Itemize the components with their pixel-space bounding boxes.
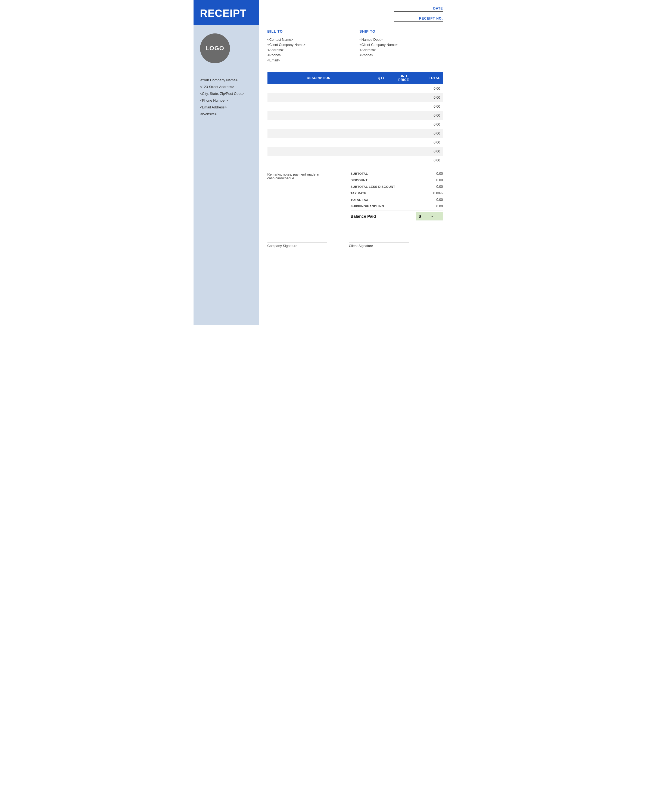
date-label: DATE [433,6,443,10]
row-qty [370,138,392,147]
balance-amount: - [424,212,440,220]
header-total: TOTAL [415,72,443,84]
table-row: 0.00 [267,93,443,102]
shipping-row: SHIPPING/HANDLING 0.00 [351,203,443,209]
company-website: <Website> [200,112,252,116]
row-qty [370,111,392,120]
company-email: <Email Address> [200,105,252,109]
company-info: <Your Company Name> <123 Street Address>… [194,78,259,116]
row-description [267,156,370,165]
table-row: 0.00 [267,120,443,129]
subtotal-less-discount-row: SUBTOTAL LESS DISCOUNT 0.00 [351,183,443,190]
discount-label: DISCOUNT [351,179,367,182]
logo: LOGO [200,34,230,63]
shipping-value: 0.00 [427,205,443,208]
row-unit-price [393,93,415,102]
ship-to-address: <Address> [359,48,443,52]
receipt-page: RECEIPT LOGO <Your Company Name> <123 St… [194,0,452,325]
ship-to-block: SHIP TO <Name / Dept> <Client Company Na… [359,29,443,64]
logo-area: LOGO [194,25,259,78]
totals-block: SUBTOTAL 0.00 DISCOUNT 0.00 SUBTOTAL LES… [351,170,443,220]
date-line [394,11,443,12]
meta-section: DATE RECEIPT NO. [267,6,443,22]
row-unit-price [393,102,415,111]
table-row: 0.00 [267,84,443,93]
company-name: <Your Company Name> [200,78,252,82]
row-qty [370,147,392,156]
bill-to-block: BILL TO <Contact Name> <Client Company N… [267,29,351,64]
row-qty [370,129,392,138]
row-description [267,84,370,93]
row-qty [370,120,392,129]
total-tax-value: 0.00 [427,198,443,201]
row-total: 0.00 [415,84,443,93]
table-row: 0.00 [267,147,443,156]
ship-to-phone: <Phone> [359,53,443,57]
shipping-label: SHIPPING/HANDLING [351,205,384,208]
balance-dollar: $ [416,212,424,220]
company-signature-line [267,242,327,243]
bill-to-phone: <Phone> [267,53,351,57]
header-unit-price: UNIT PRICE [393,72,415,84]
company-address: <123 Street Address> [200,85,252,89]
bill-to-email: <Email> [267,58,351,62]
ship-to-company: <Client Company Name> [359,43,443,47]
header-description: DESCRIPTION [267,72,370,84]
subtotal-value: 0.00 [427,172,443,176]
tax-rate-value: 0.00% [427,191,443,195]
row-unit-price [393,84,415,93]
footer-section: Remarks, notes, payment made in cash/car… [267,170,443,220]
company-signature-block: Company Signature [267,242,327,248]
company-phone: <Phone Number> [200,98,252,102]
date-field: DATE [394,6,443,12]
row-unit-price [393,120,415,129]
row-total: 0.00 [415,93,443,102]
balance-label: Balance Paid [351,214,376,218]
row-qty [370,93,392,102]
row-unit-price [393,111,415,120]
main-content: DATE RECEIPT NO. BILL TO <Contact Name> … [259,0,452,325]
bill-to-company: <Client Company Name> [267,43,351,47]
discount-row: DISCOUNT 0.00 [351,177,443,183]
tax-rate-row: TAX RATE 0.00% [351,190,443,197]
row-unit-price [393,129,415,138]
bill-to-title: BILL TO [267,29,351,35]
header-qty: QTY [370,72,392,84]
subtotal-less-discount-value: 0.00 [427,185,443,189]
table-row: 0.00 [267,156,443,165]
table-row: 0.00 [267,102,443,111]
row-description [267,102,370,111]
bill-to-address: <Address> [267,48,351,52]
row-unit-price [393,156,415,165]
company-signature-label: Company Signature [267,244,327,248]
row-unit-price [393,138,415,147]
client-signature-label: Client Signature [349,244,409,248]
balance-value-box: $ - [416,212,443,220]
receipt-no-field: RECEIPT NO. [394,17,443,22]
subtotal-row: SUBTOTAL 0.00 [351,170,443,177]
table-row: 0.00 [267,111,443,120]
row-total: 0.00 [415,102,443,111]
ship-to-title: SHIP TO [359,29,443,35]
row-description [267,138,370,147]
row-qty [370,156,392,165]
subtotal-label: SUBTOTAL [351,172,368,175]
table-row: 0.00 [267,138,443,147]
row-description [267,93,370,102]
row-description [267,147,370,156]
client-signature-block: Client Signature [349,242,409,248]
sidebar: RECEIPT LOGO <Your Company Name> <123 St… [194,0,259,325]
row-description [267,111,370,120]
total-tax-label: TOTAL TAX [351,198,368,201]
address-section: BILL TO <Contact Name> <Client Company N… [267,29,443,64]
receipt-no-label: RECEIPT NO. [419,17,443,20]
receipt-title: RECEIPT [200,8,252,19]
discount-value: 0.00 [427,178,443,182]
receipt-no-line [394,21,443,22]
totals-divider [351,211,443,211]
subtotal-less-discount-label: SUBTOTAL LESS DISCOUNT [351,185,395,188]
row-unit-price [393,147,415,156]
ship-to-name-dept: <Name / Dept> [359,38,443,41]
row-description [267,129,370,138]
balance-row: Balance Paid $ - [351,212,443,220]
